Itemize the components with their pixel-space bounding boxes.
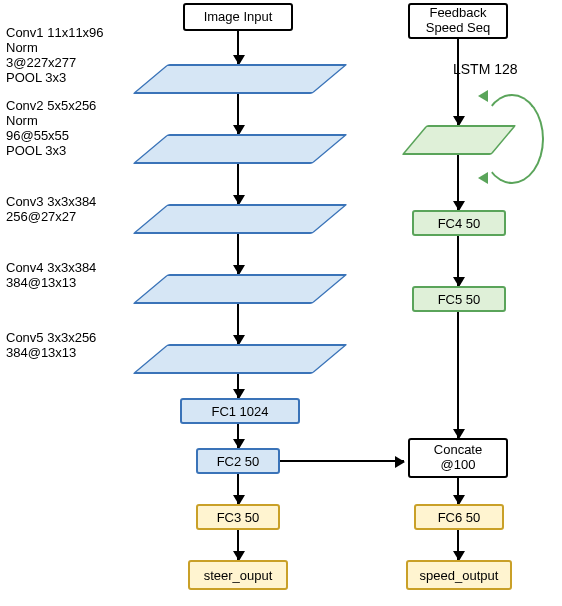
arrow-down-icon [457, 312, 459, 438]
diagram-canvas: { "inputs": { "image": "Image Input", "f… [0, 0, 562, 606]
fc6-layer: FC6 50 [414, 504, 504, 530]
arrow-down-icon [237, 424, 239, 448]
conv3-annot: Conv3 3x3x384 256@27x27 [6, 194, 96, 224]
fc3-layer: FC3 50 [196, 504, 280, 530]
lstm-loop-icon [480, 94, 544, 184]
arrow-down-icon [457, 155, 459, 210]
conv4-annot: Conv4 3x3x384 384@13x13 [6, 260, 96, 290]
arrow-down-icon [457, 39, 459, 125]
fc4-label: FC4 50 [438, 216, 481, 231]
steer-output-label: steer_ouput [204, 568, 273, 583]
speed-output-label: speed_output [420, 568, 499, 583]
lstm-label: LSTM 128 [453, 62, 518, 77]
conv1-annot: Conv1 11x11x96 Norm 3@227x277 POOL 3x3 [6, 25, 104, 85]
fc2-layer: FC2 50 [196, 448, 280, 474]
arrow-down-icon [237, 31, 239, 64]
steer-output-box: steer_ouput [188, 560, 288, 590]
arrow-down-icon [457, 530, 459, 560]
conv4-slab [150, 274, 330, 304]
concat-box: Concate @100 [408, 438, 508, 478]
arrow-down-icon [457, 478, 459, 504]
concat-label: Concate @100 [434, 443, 482, 473]
conv5-slab [150, 344, 330, 374]
fc5-label: FC5 50 [438, 292, 481, 307]
fc2-label: FC2 50 [217, 454, 260, 469]
feedback-input-box: Feedback Speed Seq [408, 3, 508, 39]
fc6-label: FC6 50 [438, 510, 481, 525]
image-input-label: Image Input [204, 10, 273, 25]
arrow-down-icon [237, 304, 239, 344]
fc1-layer: FC1 1024 [180, 398, 300, 424]
fc4-layer: FC4 50 [412, 210, 506, 236]
arrow-down-icon [237, 474, 239, 504]
image-input-box: Image Input [183, 3, 293, 31]
arrow-down-icon [237, 164, 239, 204]
conv5-annot: Conv5 3x3x256 384@13x13 [6, 330, 96, 360]
loop-arrowhead-icon [478, 172, 488, 184]
conv2-slab [150, 134, 330, 164]
arrow-down-icon [237, 374, 239, 398]
fc3-label: FC3 50 [217, 510, 260, 525]
fc5-layer: FC5 50 [412, 286, 506, 312]
speed-output-box: speed_output [406, 560, 512, 590]
fc1-label: FC1 1024 [211, 404, 268, 419]
arrow-down-icon [237, 530, 239, 560]
arrow-right-icon [280, 460, 404, 462]
arrow-down-icon [237, 94, 239, 134]
conv1-slab [150, 64, 330, 94]
arrow-down-icon [457, 236, 459, 286]
feedback-input-label: Feedback Speed Seq [426, 6, 490, 36]
conv3-slab [150, 204, 330, 234]
arrow-down-icon [237, 234, 239, 274]
loop-arrowhead-icon [478, 90, 488, 102]
conv2-annot: Conv2 5x5x256 Norm 96@55x55 POOL 3x3 [6, 98, 96, 158]
